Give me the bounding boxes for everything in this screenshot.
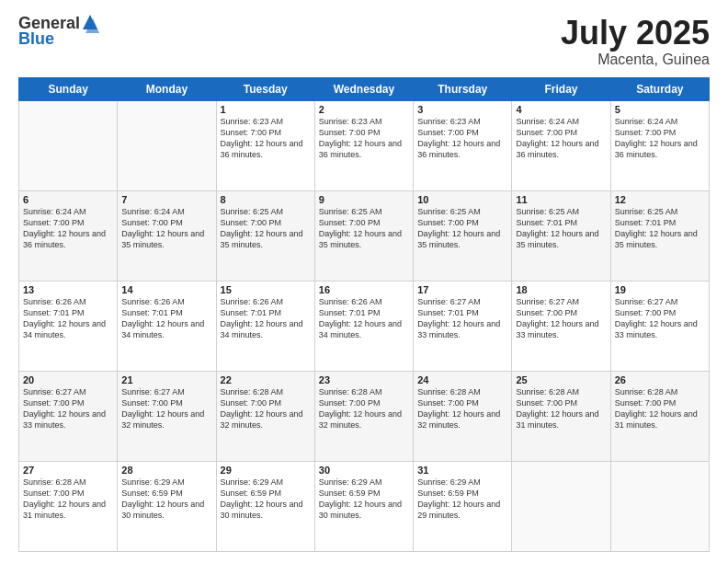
calendar-cell: 2Sunrise: 6:23 AM Sunset: 7:00 PM Daylig…: [314, 100, 413, 190]
header-sunday: Sunday: [19, 77, 118, 100]
calendar-cell: 14Sunrise: 6:26 AM Sunset: 7:01 PM Dayli…: [118, 281, 216, 371]
calendar-cell: 1Sunrise: 6:23 AM Sunset: 7:00 PM Daylig…: [216, 100, 314, 190]
logo-blue: Blue: [18, 30, 54, 49]
header-saturday: Saturday: [610, 77, 709, 100]
calendar-cell: [610, 461, 709, 551]
day-number: 2: [319, 104, 409, 115]
day-number: 27: [23, 465, 113, 476]
calendar-cell: 12Sunrise: 6:25 AM Sunset: 7:01 PM Dayli…: [610, 190, 709, 281]
day-info: Sunrise: 6:25 AM Sunset: 7:00 PM Dayligh…: [319, 206, 409, 251]
day-info: Sunrise: 6:27 AM Sunset: 7:00 PM Dayligh…: [516, 296, 606, 341]
day-number: 21: [121, 374, 211, 385]
day-number: 1: [221, 104, 311, 115]
day-info: Sunrise: 6:28 AM Sunset: 7:00 PM Dayligh…: [221, 386, 311, 431]
day-number: 12: [615, 194, 705, 205]
day-info: Sunrise: 6:27 AM Sunset: 7:00 PM Dayligh…: [615, 296, 705, 341]
day-info: Sunrise: 6:27 AM Sunset: 7:00 PM Dayligh…: [121, 386, 211, 431]
calendar-week-row: 13Sunrise: 6:26 AM Sunset: 7:01 PM Dayli…: [19, 281, 710, 371]
day-number: 16: [319, 284, 409, 295]
calendar-cell: 30Sunrise: 6:29 AM Sunset: 6:59 PM Dayli…: [314, 461, 413, 551]
location-subtitle: Macenta, Guinea: [561, 52, 710, 68]
day-info: Sunrise: 6:24 AM Sunset: 7:00 PM Dayligh…: [516, 116, 606, 161]
day-number: 30: [319, 465, 409, 476]
calendar-cell: 16Sunrise: 6:26 AM Sunset: 7:01 PM Dayli…: [314, 281, 413, 371]
day-info: Sunrise: 6:28 AM Sunset: 7:00 PM Dayligh…: [23, 477, 113, 522]
day-number: 4: [516, 104, 606, 115]
day-info: Sunrise: 6:25 AM Sunset: 7:01 PM Dayligh…: [516, 206, 606, 251]
day-info: Sunrise: 6:25 AM Sunset: 7:00 PM Dayligh…: [417, 206, 507, 251]
header-tuesday: Tuesday: [216, 77, 314, 100]
calendar-cell: 23Sunrise: 6:28 AM Sunset: 7:00 PM Dayli…: [314, 371, 413, 461]
calendar-cell: 6Sunrise: 6:24 AM Sunset: 7:00 PM Daylig…: [19, 190, 118, 281]
header: General Blue July 2025 Macenta, Guinea: [18, 15, 710, 68]
day-number: 11: [516, 194, 606, 205]
header-wednesday: Wednesday: [314, 77, 413, 100]
calendar-cell: 5Sunrise: 6:24 AM Sunset: 7:00 PM Daylig…: [610, 100, 709, 190]
day-number: 19: [615, 284, 705, 295]
day-number: 31: [417, 465, 507, 476]
logo: General Blue: [18, 15, 99, 49]
day-number: 28: [121, 465, 211, 476]
calendar-cell: 9Sunrise: 6:25 AM Sunset: 7:00 PM Daylig…: [314, 190, 413, 281]
calendar-table: Sunday Monday Tuesday Wednesday Thursday…: [18, 77, 710, 552]
day-info: Sunrise: 6:24 AM Sunset: 7:00 PM Dayligh…: [23, 206, 113, 251]
day-number: 6: [23, 194, 113, 205]
day-info: Sunrise: 6:26 AM Sunset: 7:01 PM Dayligh…: [121, 296, 211, 341]
day-number: 3: [417, 104, 507, 115]
day-number: 17: [417, 284, 507, 295]
day-info: Sunrise: 6:29 AM Sunset: 6:59 PM Dayligh…: [319, 477, 409, 522]
calendar-cell: 22Sunrise: 6:28 AM Sunset: 7:00 PM Dayli…: [216, 371, 314, 461]
day-info: Sunrise: 6:26 AM Sunset: 7:01 PM Dayligh…: [221, 296, 311, 341]
day-number: 25: [516, 374, 606, 385]
calendar-cell: 3Sunrise: 6:23 AM Sunset: 7:00 PM Daylig…: [414, 100, 512, 190]
header-friday: Friday: [512, 77, 610, 100]
day-info: Sunrise: 6:29 AM Sunset: 6:59 PM Dayligh…: [221, 477, 311, 522]
day-info: Sunrise: 6:25 AM Sunset: 7:01 PM Dayligh…: [615, 206, 705, 251]
day-number: 7: [121, 194, 211, 205]
day-info: Sunrise: 6:28 AM Sunset: 7:00 PM Dayligh…: [516, 386, 606, 431]
header-monday: Monday: [118, 77, 216, 100]
day-number: 5: [615, 104, 705, 115]
day-info: Sunrise: 6:28 AM Sunset: 7:00 PM Dayligh…: [615, 386, 705, 431]
day-number: 14: [121, 284, 211, 295]
calendar-week-row: 20Sunrise: 6:27 AM Sunset: 7:00 PM Dayli…: [19, 371, 710, 461]
day-number: 22: [221, 374, 311, 385]
calendar-cell: 4Sunrise: 6:24 AM Sunset: 7:00 PM Daylig…: [512, 100, 610, 190]
calendar-cell: 28Sunrise: 6:29 AM Sunset: 6:59 PM Dayli…: [118, 461, 216, 551]
day-number: 20: [23, 374, 113, 385]
calendar-cell: 27Sunrise: 6:28 AM Sunset: 7:00 PM Dayli…: [19, 461, 118, 551]
day-info: Sunrise: 6:28 AM Sunset: 7:00 PM Dayligh…: [417, 386, 507, 431]
month-title: July 2025: [561, 15, 710, 52]
calendar-cell: 19Sunrise: 6:27 AM Sunset: 7:00 PM Dayli…: [610, 281, 709, 371]
day-number: 8: [221, 194, 311, 205]
weekday-header-row: Sunday Monday Tuesday Wednesday Thursday…: [19, 77, 710, 100]
calendar-cell: 13Sunrise: 6:26 AM Sunset: 7:01 PM Dayli…: [19, 281, 118, 371]
calendar-cell: 10Sunrise: 6:25 AM Sunset: 7:00 PM Dayli…: [414, 190, 512, 281]
calendar-cell: 21Sunrise: 6:27 AM Sunset: 7:00 PM Dayli…: [118, 371, 216, 461]
calendar-week-row: 6Sunrise: 6:24 AM Sunset: 7:00 PM Daylig…: [19, 190, 710, 281]
day-number: 10: [417, 194, 507, 205]
calendar-cell: 11Sunrise: 6:25 AM Sunset: 7:01 PM Dayli…: [512, 190, 610, 281]
day-number: 13: [23, 284, 113, 295]
day-info: Sunrise: 6:27 AM Sunset: 7:00 PM Dayligh…: [23, 386, 113, 431]
calendar-cell: [512, 461, 610, 551]
day-info: Sunrise: 6:23 AM Sunset: 7:00 PM Dayligh…: [221, 116, 311, 161]
calendar-cell: 31Sunrise: 6:29 AM Sunset: 6:59 PM Dayli…: [414, 461, 512, 551]
calendar-cell: 7Sunrise: 6:24 AM Sunset: 7:00 PM Daylig…: [118, 190, 216, 281]
day-info: Sunrise: 6:24 AM Sunset: 7:00 PM Dayligh…: [121, 206, 211, 251]
day-number: 23: [319, 374, 409, 385]
calendar-cell: 25Sunrise: 6:28 AM Sunset: 7:00 PM Dayli…: [512, 371, 610, 461]
calendar-cell: 15Sunrise: 6:26 AM Sunset: 7:01 PM Dayli…: [216, 281, 314, 371]
calendar-cell: 26Sunrise: 6:28 AM Sunset: 7:00 PM Dayli…: [610, 371, 709, 461]
day-number: 15: [221, 284, 311, 295]
logo-icon: [81, 13, 99, 33]
calendar-cell: 8Sunrise: 6:25 AM Sunset: 7:00 PM Daylig…: [216, 190, 314, 281]
page: General Blue July 2025 Macenta, Guinea S…: [0, 0, 728, 563]
day-info: Sunrise: 6:24 AM Sunset: 7:00 PM Dayligh…: [615, 116, 705, 161]
calendar-cell: 17Sunrise: 6:27 AM Sunset: 7:01 PM Dayli…: [414, 281, 512, 371]
calendar-week-row: 1Sunrise: 6:23 AM Sunset: 7:00 PM Daylig…: [19, 100, 710, 190]
calendar-cell: [19, 100, 118, 190]
day-number: 24: [417, 374, 507, 385]
calendar-cell: 18Sunrise: 6:27 AM Sunset: 7:00 PM Dayli…: [512, 281, 610, 371]
header-thursday: Thursday: [414, 77, 512, 100]
